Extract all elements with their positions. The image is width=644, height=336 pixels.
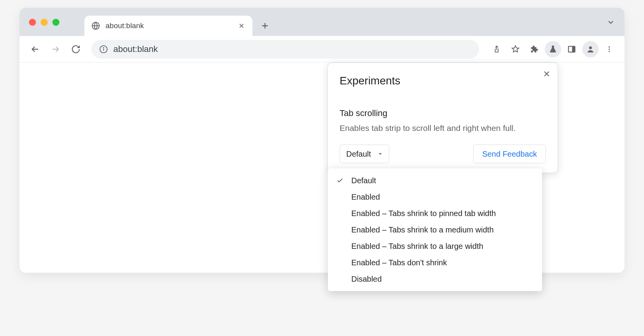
site-info-icon[interactable] <box>99 45 108 54</box>
globe-icon <box>91 21 100 30</box>
svg-rect-4 <box>572 46 575 52</box>
dropdown-option[interactable]: Disabled <box>328 271 542 287</box>
experiment-name: Tab scrolling <box>340 108 546 118</box>
toolbar-actions <box>488 41 617 57</box>
dropdown-option[interactable]: Default <box>328 172 542 189</box>
svg-point-5 <box>589 46 592 49</box>
address-bar-text: about:blank <box>113 44 158 54</box>
tab-strip: about:blank <box>20 8 624 36</box>
side-panel-button[interactable] <box>564 41 580 57</box>
window-fullscreen-button[interactable] <box>52 19 59 26</box>
check-icon <box>336 177 344 184</box>
experiment-controls: Default Send Feedback <box>340 145 546 163</box>
dropdown-option-label: Default <box>351 176 376 185</box>
popup-title: Experiments <box>340 75 546 87</box>
feedback-label: Send Feedback <box>482 150 537 159</box>
new-tab-button[interactable] <box>256 17 274 34</box>
dropdown-option-label: Disabled <box>351 275 382 284</box>
address-bar[interactable]: about:blank <box>91 40 479 59</box>
forward-button[interactable] <box>47 41 64 58</box>
svg-point-2 <box>103 47 104 48</box>
dropdown-option[interactable]: Enabled – Tabs don't shrink <box>328 254 542 271</box>
reload-button[interactable] <box>67 41 84 58</box>
send-feedback-button[interactable]: Send Feedback <box>473 145 546 163</box>
dropdown-option-label: Enabled – Tabs shrink to a medium width <box>351 225 494 234</box>
select-dropdown-menu: DefaultEnabledEnabled – Tabs shrink to p… <box>328 168 542 291</box>
popup-close-button[interactable] <box>543 70 551 78</box>
dropdown-option-label: Enabled – Tabs shrink to pinned tab widt… <box>351 209 496 218</box>
window-minimize-button[interactable] <box>41 19 48 26</box>
window-close-button[interactable] <box>29 19 36 26</box>
back-button[interactable] <box>27 41 44 58</box>
browser-window: about:blank about:blank <box>20 8 624 273</box>
tabs-dropdown-button[interactable] <box>606 18 615 27</box>
dropdown-option[interactable]: Enabled <box>328 189 542 205</box>
page-content: Experiments Tab scrolling Enables tab st… <box>20 63 624 273</box>
window-controls <box>29 19 59 26</box>
share-button[interactable] <box>488 41 505 57</box>
profile-button[interactable] <box>582 41 599 57</box>
bookmark-button[interactable] <box>507 41 524 57</box>
experiments-button[interactable] <box>545 41 561 57</box>
dropdown-option-label: Enabled – Tabs shrink to a large width <box>351 242 483 251</box>
svg-point-8 <box>608 51 610 52</box>
dropdown-option-label: Enabled – Tabs don't shrink <box>351 258 447 267</box>
experiments-popup: Experiments Tab scrolling Enables tab st… <box>327 63 558 173</box>
menu-button[interactable] <box>601 41 617 57</box>
select-value: Default <box>346 150 371 159</box>
extensions-button[interactable] <box>526 41 542 57</box>
dropdown-option[interactable]: Enabled – Tabs shrink to a large width <box>328 238 542 254</box>
browser-tab[interactable]: about:blank <box>84 16 252 36</box>
svg-point-7 <box>608 48 610 50</box>
dropdown-option[interactable]: Enabled – Tabs shrink to a medium width <box>328 222 542 238</box>
toolbar: about:blank <box>20 36 624 63</box>
dropdown-option-label: Enabled <box>351 193 380 202</box>
caret-down-icon <box>378 152 383 156</box>
experiment-description: Enables tab strip to scroll left and rig… <box>340 122 546 134</box>
experiment-select[interactable]: Default <box>340 145 389 163</box>
svg-point-6 <box>608 46 610 47</box>
tab-title: about:blank <box>106 21 232 30</box>
dropdown-option[interactable]: Enabled – Tabs shrink to pinned tab widt… <box>328 205 542 222</box>
tab-close-button[interactable] <box>238 22 245 30</box>
